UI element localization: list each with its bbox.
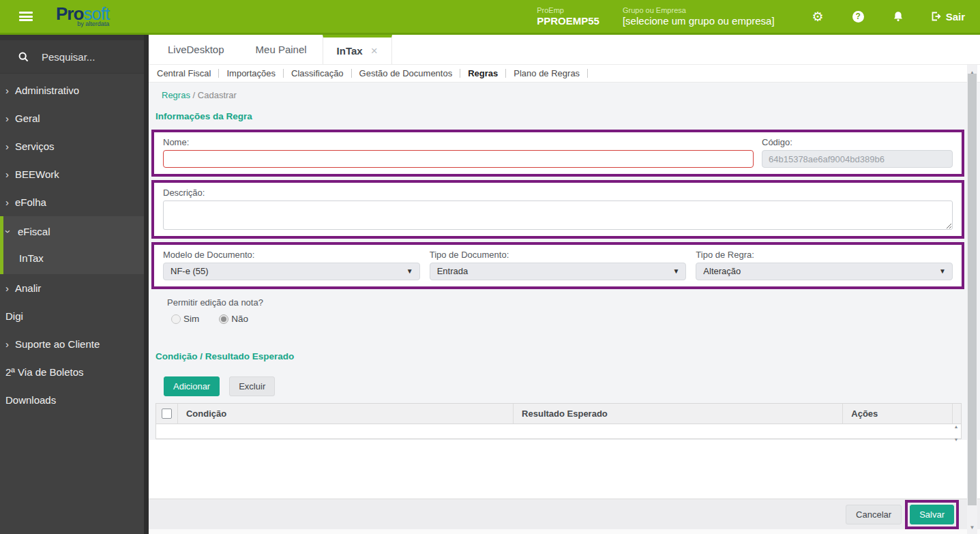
- descricao-label: Descrição:: [163, 188, 953, 198]
- form-footer: Cancelar Salvar: [149, 499, 980, 529]
- hamburger-menu-icon[interactable]: [19, 12, 33, 21]
- scroll-up-icon[interactable]: [954, 419, 959, 431]
- group-label: Grupo ou Empresa: [623, 6, 775, 15]
- sidebar-item-digi[interactable]: Digi: [0, 302, 149, 330]
- page-content: Regras / Cadastrar Informações da Regra …: [149, 83, 980, 534]
- sidebar-item-servicos[interactable]: Serviços: [0, 132, 149, 160]
- tipo-regra-value: Alteração: [703, 266, 741, 276]
- breadcrumb-regras-link[interactable]: Regras: [162, 90, 190, 100]
- logout-button[interactable]: Sair: [930, 11, 965, 23]
- tab-strip: LiveDesktop Meu Painel InTax ×: [149, 35, 980, 65]
- sidebar-item-downloads[interactable]: Downloads: [0, 386, 149, 414]
- permitir-edicao-label: Permitir edição da nota?: [167, 297, 980, 308]
- subnav-gestao-documentos[interactable]: Gestão de Documentos: [352, 69, 461, 78]
- table-empty-row: [156, 424, 961, 439]
- tipo-regra-label: Tipo de Regra:: [696, 250, 953, 260]
- scrollbar-thumb[interactable]: [968, 74, 977, 505]
- excluir-button[interactable]: Excluir: [229, 376, 275, 396]
- subnav-regras[interactable]: Regras: [460, 69, 506, 78]
- descricao-textarea[interactable]: [163, 201, 953, 230]
- permitir-edicao-radios: Sim Não: [171, 314, 980, 324]
- nome-input[interactable]: [163, 150, 754, 168]
- app-header: Prosoft by alterdata ProEmp PPROEMP55 Gr…: [0, 0, 980, 35]
- section-title-informacoes: Informações da Regra: [155, 111, 980, 121]
- subnav-plano-de-regras[interactable]: Plano de Regras: [506, 69, 588, 78]
- tab-intax[interactable]: InTax ×: [323, 35, 392, 64]
- salvar-button[interactable]: Salvar: [910, 505, 954, 524]
- sidebar-item-label: Suporte ao Cliente: [15, 338, 100, 350]
- sidebar-item-label: Administrativo: [15, 85, 79, 96]
- module-subnav: Central Fiscal Importações Classificação…: [149, 65, 980, 83]
- sidebar-item-administrativo[interactable]: Administrativo: [0, 76, 149, 104]
- bottom-strip: [149, 529, 980, 534]
- table-row-scrollbar[interactable]: [951, 419, 961, 444]
- adicionar-button[interactable]: Adicionar: [164, 376, 220, 396]
- cancelar-button[interactable]: Cancelar: [846, 505, 902, 524]
- sidebar-item-analir[interactable]: Analir: [0, 274, 149, 302]
- column-header-condicao: Condição: [178, 404, 514, 424]
- form-region: Regras / Cadastrar Informações da Regra …: [149, 83, 980, 440]
- radio-nao-circle[interactable]: [219, 314, 228, 324]
- subnav-classificacao[interactable]: Classificação: [284, 69, 352, 78]
- sidebar-item-2a-via-boletos[interactable]: 2ª Via de Boletos: [0, 358, 149, 386]
- modelo-documento-value: NF-e (55): [170, 266, 209, 276]
- prosoft-logo: Prosoft by alterdata: [56, 5, 109, 27]
- table-header-row: Condição Resultado Esperado Ações: [156, 404, 961, 424]
- sidebar-item-geral[interactable]: Geral: [0, 104, 149, 132]
- subnav-central-fiscal[interactable]: Central Fiscal: [149, 69, 219, 78]
- annotation-box-salvar: Salvar: [905, 500, 959, 529]
- sidebar-scrollbar[interactable]: [144, 35, 149, 534]
- tipo-documento-select[interactable]: Entrada: [430, 263, 687, 280]
- breadcrumb-current: Cadastrar: [198, 90, 237, 100]
- sidebar-item-label: Serviços: [15, 140, 55, 152]
- sidebar-item-efolha[interactable]: eFolha: [0, 188, 149, 216]
- modelo-documento-label: Modelo de Documento:: [163, 250, 420, 260]
- notifications-bell-icon[interactable]: [893, 11, 904, 23]
- radio-nao-label: Não: [231, 314, 248, 324]
- tab-meu-painel[interactable]: Meu Painel: [240, 35, 323, 64]
- proemp-value: PPROEMP55: [537, 15, 599, 27]
- radio-nao[interactable]: Não: [219, 314, 248, 324]
- sidebar-item-efiscal[interactable]: eFiscal: [3, 218, 149, 246]
- sidebar-item-label: Geral: [15, 113, 40, 124]
- sidebar-item-label: 2ª Via de Boletos: [5, 366, 84, 378]
- column-header-resultado: Resultado Esperado: [514, 404, 843, 424]
- settings-gear-icon[interactable]: ⚙: [812, 10, 824, 23]
- column-header-acoes: Ações: [843, 404, 953, 424]
- sidebar-item-intax[interactable]: InTax: [3, 246, 149, 270]
- sidebar-menu: Administrativo Geral Serviços BEEWork eF…: [0, 76, 149, 414]
- sidebar-topband: [0, 35, 149, 40]
- sidebar-item-suporte[interactable]: Suporte ao Cliente: [0, 330, 149, 358]
- scroll-down-icon[interactable]: [954, 432, 959, 444]
- radio-sim-circle[interactable]: [171, 314, 181, 324]
- main-area: LiveDesktop Meu Painel InTax × Central F…: [149, 35, 980, 534]
- sidebar-item-beework[interactable]: BEEWork: [0, 160, 149, 188]
- annotation-box-nome-codigo: Nome: Código:: [151, 130, 964, 177]
- tipo-regra-select[interactable]: Alteração: [696, 263, 953, 280]
- scrollbar-up-icon[interactable]: [967, 65, 977, 74]
- codigo-input: [762, 150, 953, 168]
- scrollbar-down-icon[interactable]: [967, 520, 977, 532]
- proemp-field: ProEmp PPROEMP55: [537, 6, 599, 27]
- sidebar: Administrativo Geral Serviços BEEWork eF…: [0, 35, 149, 534]
- sidebar-item-label: Downloads: [5, 394, 56, 406]
- sidebar-efiscal-group: eFiscal InTax: [0, 216, 149, 274]
- logout-label: Sair: [946, 11, 965, 23]
- tab-label: LiveDesktop: [168, 44, 224, 55]
- sidebar-item-label: BEEWork: [15, 168, 59, 180]
- condicoes-table: Condição Resultado Esperado Ações: [155, 403, 962, 439]
- radio-sim[interactable]: Sim: [171, 314, 199, 324]
- tab-close-icon[interactable]: ×: [371, 38, 378, 65]
- select-all-checkbox[interactable]: [162, 409, 172, 419]
- subnav-importacoes[interactable]: Importações: [219, 69, 284, 78]
- search-icon: [18, 52, 29, 62]
- group-value[interactable]: [selecione um grupo ou empresa]: [623, 15, 775, 27]
- tab-livedesktop[interactable]: LiveDesktop: [152, 35, 240, 64]
- sidebar-search[interactable]: [0, 40, 149, 74]
- modelo-documento-select[interactable]: NF-e (55): [163, 263, 420, 280]
- help-icon[interactable]: ?: [852, 11, 864, 23]
- search-input[interactable]: [42, 51, 130, 63]
- chevron-right-icon: [5, 140, 12, 152]
- group-selector[interactable]: Grupo ou Empresa [selecione um grupo ou …: [623, 6, 775, 27]
- main-scrollbar[interactable]: [967, 65, 977, 534]
